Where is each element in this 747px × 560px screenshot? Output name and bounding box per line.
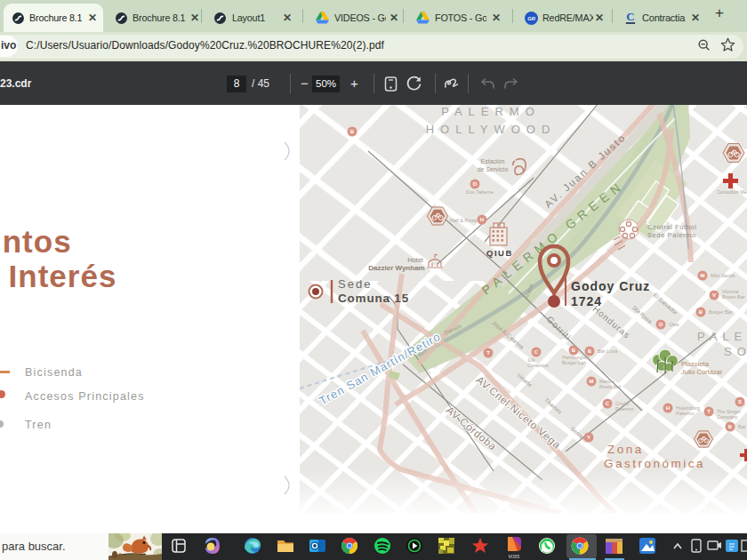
svg-text:Y: Y <box>587 435 590 440</box>
svg-text:B: B <box>588 348 592 354</box>
svg-text:Resto Bar: Resto Bar <box>599 384 622 389</box>
svg-text:Sede: Sede <box>338 277 372 291</box>
svg-text:C: C <box>534 349 539 355</box>
svg-text:Bar: Bar <box>738 424 746 429</box>
svg-text:Ceramica: Ceramica <box>527 363 549 368</box>
svg-text:Hotel: Hotel <box>407 256 423 264</box>
svg-text:Zona: Zona <box>607 443 644 456</box>
svg-text:T: T <box>486 350 490 356</box>
svg-text:Plazoleta: Plazoleta <box>681 360 710 368</box>
svg-text:Burger Bar: Burger Bar <box>709 309 733 315</box>
svg-text:M365: M365 <box>509 554 520 559</box>
svg-text:Julio Cortázar: Julio Cortázar <box>681 368 723 376</box>
svg-text:1724: 1724 <box>571 294 602 308</box>
svg-text:Half & Pizza: Half & Pizza <box>450 218 478 223</box>
svg-text:Central Fútbol: Central Fútbol <box>647 223 697 231</box>
svg-text:S: S <box>738 399 742 404</box>
svg-text:C: C <box>626 11 634 23</box>
svg-text:Bar Luna: Bar Luna <box>598 348 618 354</box>
svg-text:HOLLYWOOD: HOLLYWOOD <box>426 123 557 136</box>
svg-text:B: B <box>350 129 355 134</box>
svg-text:de Servicio: de Servicio <box>478 166 509 172</box>
svg-text:Burger Lab: Burger Lab <box>562 360 586 365</box>
svg-text:H: H <box>480 217 484 222</box>
svg-text:D: D <box>473 181 478 187</box>
svg-text:GR: GR <box>527 16 535 21</box>
svg-text:H: H <box>666 405 670 411</box>
svg-text:Gastronómica: Gastronómica <box>604 457 705 470</box>
svg-text:T: T <box>707 409 711 414</box>
svg-text:SO: SO <box>724 345 747 358</box>
svg-text:PALERMO: PALERMO <box>441 105 541 118</box>
svg-text:V: V <box>712 292 716 298</box>
svg-text:Palermo: Palermo <box>615 406 633 412</box>
svg-text:Brown Bar: Brown Bar <box>722 294 745 300</box>
svg-text:B: B <box>728 424 733 429</box>
svg-text:Oleo: Oleo <box>669 322 679 327</box>
svg-text:Palermo: Palermo <box>676 411 694 416</box>
svg-text:PALE: PALE <box>697 330 747 343</box>
svg-text:Company: Company <box>717 414 738 420</box>
svg-text:Dazzler Wynham: Dazzler Wynham <box>368 264 424 272</box>
svg-text:QIUB: QIUB <box>486 248 513 258</box>
svg-text:B: B <box>572 348 576 353</box>
svg-text:C: C <box>606 401 610 406</box>
svg-text:M: M <box>701 273 705 278</box>
svg-text:Consultori Médi: Consultori Médi <box>717 189 747 195</box>
svg-text:O: O <box>659 322 663 327</box>
svg-text:Godoy Cruz: Godoy Cruz <box>571 279 650 293</box>
svg-text:B: B <box>699 309 703 315</box>
svg-text:M: M <box>590 379 594 384</box>
svg-text:Estación: Estación <box>481 158 505 164</box>
svg-text:Dos Taberne: Dos Taberne <box>466 189 494 195</box>
svg-text:Mito Sands: Mito Sands <box>711 273 735 278</box>
svg-text:Sede Palermo: Sede Palermo <box>647 231 696 239</box>
svg-text:Comuna 15: Comuna 15 <box>338 292 409 305</box>
